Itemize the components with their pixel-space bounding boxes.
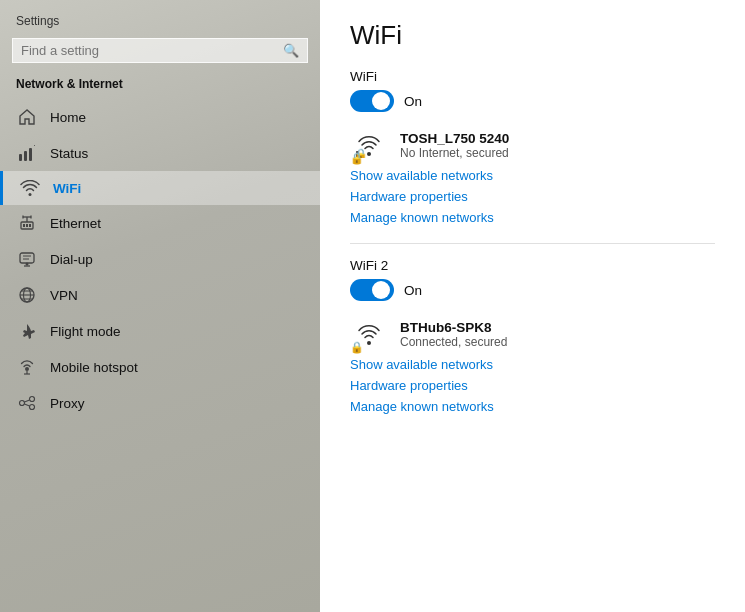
sidebar-item-flightmode-label: Flight mode (50, 324, 121, 339)
page-title: WiFi (350, 20, 715, 51)
status-icon (16, 144, 38, 162)
sidebar-item-proxy-label: Proxy (50, 396, 85, 411)
sidebar-item-wifi[interactable]: WiFi (0, 171, 320, 205)
svg-rect-6 (26, 224, 28, 227)
sidebar-item-dialup-label: Dial-up (50, 252, 93, 267)
flight-icon (16, 322, 38, 340)
ethernet-icon (16, 214, 38, 232)
wifi2-lock-icon: 🔒 (350, 341, 364, 354)
vpn-icon (16, 286, 38, 304)
wifi1-hardware-properties-link[interactable]: Hardware properties (350, 189, 715, 204)
wifi1-label: WiFi (350, 69, 715, 84)
section-divider (350, 243, 715, 244)
sidebar-item-ethernet-label: Ethernet (50, 216, 101, 231)
sidebar-item-flightmode[interactable]: Flight mode (0, 313, 320, 349)
sidebar-item-vpn-label: VPN (50, 288, 78, 303)
wifi2-network-status: Connected, secured (400, 335, 507, 349)
svg-rect-3 (34, 145, 35, 146)
hotspot-icon (16, 358, 38, 376)
svg-point-25 (20, 401, 25, 406)
wifi2-toggle[interactable] (350, 279, 394, 301)
svg-line-29 (25, 404, 30, 406)
search-input[interactable] (21, 43, 283, 58)
wifi2-network-row: 🔒 BTHub6-SPK8 Connected, secured (350, 315, 715, 353)
sidebar-item-status[interactable]: Status (0, 135, 320, 171)
svg-point-22 (25, 367, 29, 371)
wifi1-network-row: 🔒 🔒 TOSH_L750 5240 No Internet, secured (350, 126, 715, 164)
svg-rect-1 (24, 151, 27, 161)
svg-rect-2 (29, 148, 32, 161)
svg-point-26 (30, 397, 35, 402)
sidebar-section-label: Network & Internet (0, 71, 320, 99)
wifi2-network-info: BTHub6-SPK8 Connected, secured (400, 320, 507, 349)
wifi1-toggle-label: On (404, 94, 422, 109)
wifi2-network-icon: 🔒 (350, 315, 388, 353)
svg-rect-7 (29, 224, 31, 227)
wifi2-network-name: BTHub6-SPK8 (400, 320, 507, 335)
app-title: Settings (0, 0, 320, 38)
wifi1-network-info: TOSH_L750 5240 No Internet, secured (400, 131, 509, 160)
wifi2-manage-networks-link[interactable]: Manage known networks (350, 399, 715, 414)
search-icon: 🔍 (283, 43, 299, 58)
svg-rect-12 (20, 253, 34, 263)
wifi1-toggle[interactable] (350, 90, 394, 112)
wifi-nav-icon (19, 180, 41, 196)
sidebar-item-dialup[interactable]: Dial-up (0, 241, 320, 277)
wifi1-network-name: TOSH_L750 5240 (400, 131, 509, 146)
wifi1-toggle-row: On (350, 90, 715, 112)
svg-line-28 (25, 400, 30, 402)
dialup-icon (16, 250, 38, 268)
search-box[interactable]: 🔍 (12, 38, 308, 63)
sidebar-item-mobilehotspot-label: Mobile hotspot (50, 360, 138, 375)
wifi1-network-status: No Internet, secured (400, 146, 509, 160)
sidebar-item-home-label: Home (50, 110, 86, 125)
sidebar-item-proxy[interactable]: Proxy (0, 385, 320, 421)
svg-point-27 (30, 405, 35, 410)
sidebar-item-home[interactable]: Home (0, 99, 320, 135)
proxy-icon (16, 394, 38, 412)
svg-rect-5 (23, 224, 25, 227)
wifi2-show-networks-link[interactable]: Show available networks (350, 357, 715, 372)
sidebar-item-vpn[interactable]: VPN (0, 277, 320, 313)
sidebar-item-mobilehotspot[interactable]: Mobile hotspot (0, 349, 320, 385)
wifi2-label: WiFi 2 (350, 258, 715, 273)
wifi1-show-networks-link[interactable]: Show available networks (350, 168, 715, 183)
wifi1-lock-icon: 🔒 (350, 152, 364, 165)
svg-point-13 (26, 263, 29, 266)
sidebar-item-wifi-label: WiFi (53, 181, 81, 196)
main-content: WiFi WiFi On 🔒 🔒 TOSH_L750 5240 (320, 0, 745, 612)
wifi1-network-icon: 🔒 🔒 (350, 126, 388, 164)
home-icon (16, 108, 38, 126)
wifi2-toggle-label: On (404, 283, 422, 298)
wifi2-section: WiFi 2 On 🔒 BTHub6-SPK8 Connected, secur… (350, 258, 715, 414)
sidebar: Settings 🔍 Network & Internet Home Statu… (0, 0, 320, 612)
wifi2-toggle-row: On (350, 279, 715, 301)
svg-rect-0 (19, 154, 22, 161)
wifi1-section: WiFi On 🔒 🔒 TOSH_L750 5240 No Internet, … (350, 69, 715, 225)
wifi2-hardware-properties-link[interactable]: Hardware properties (350, 378, 715, 393)
sidebar-item-ethernet[interactable]: Ethernet (0, 205, 320, 241)
sidebar-item-status-label: Status (50, 146, 88, 161)
wifi1-manage-networks-link[interactable]: Manage known networks (350, 210, 715, 225)
